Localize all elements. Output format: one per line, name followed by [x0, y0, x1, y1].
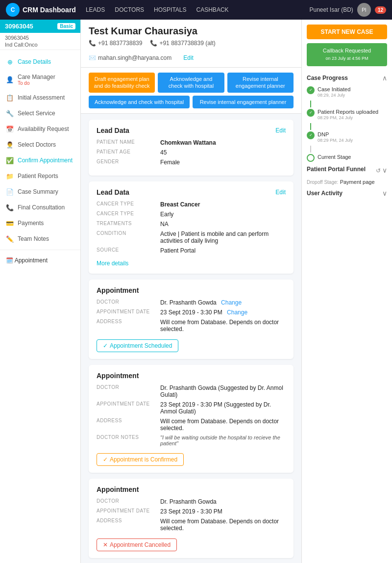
patient-edit-link[interactable]: Edit	[183, 54, 194, 61]
top-nav: C CRM Dashboard LEADS DOCTORS HOSPITALS …	[0, 0, 392, 20]
lead-data-2-row-0: CANCER TYPE Breast Cancer	[97, 201, 286, 208]
sidebar-item-patient-reports-label: Patient Reports	[18, 173, 58, 179]
change-date-link[interactable]: Change	[227, 309, 247, 316]
field-value: Patient Portal	[160, 247, 286, 254]
care-manager-icon: 👤	[6, 76, 14, 84]
sidebar-item-select-doctors[interactable]: 👨‍⚕️ Select Doctors	[0, 137, 80, 153]
progress-line-2	[310, 146, 311, 153]
brand-label: CRM Dashboard	[23, 6, 76, 14]
sidebar-item-team-notes[interactable]: ✏️ Team Notes	[0, 231, 80, 247]
nav-cashback[interactable]: CASHBACK	[196, 6, 229, 13]
progress-text-2: DNP 08:29 PM, 24 July	[318, 131, 353, 143]
field-label: CANCER TYPE	[97, 211, 160, 218]
sidebar-item-patient-reports[interactable]: 📁 Patient Reports	[0, 168, 80, 184]
action-btn-0[interactable]: Draft engagement plan and do feasibility…	[89, 73, 155, 93]
progress-item-2: ✓ DNP 08:29 PM, 24 July	[307, 131, 387, 143]
lead-data-1-edit[interactable]: Edit	[275, 127, 286, 134]
sidebar-item-team-notes-label: Team Notes	[18, 235, 49, 242]
field-value: Female	[160, 159, 286, 166]
payments-icon: 💳	[6, 219, 14, 227]
funnel-controls: ↺ ∨	[376, 166, 387, 174]
sidebar-item-final-consultation[interactable]: 📞 Final Consultation	[0, 200, 80, 215]
email: ✉️ mahan.singh@haryana.com	[89, 54, 172, 61]
case-progress-chevron-up[interactable]: ∧	[382, 74, 387, 82]
appt-1-status: ✓ Appointment Scheduled	[97, 339, 178, 352]
initial-assessment-icon: 📋	[6, 94, 14, 102]
sidebar-item-payments[interactable]: 💳 Payments	[0, 215, 80, 231]
user-activity-title: User Activity	[307, 190, 343, 197]
appt-3-status: ✕ Appointment Cancelled	[97, 538, 177, 551]
select-doctors-icon: 👨‍⚕️	[6, 141, 14, 149]
action-btn-3[interactable]: Acknowledge and check with hospital	[89, 96, 190, 108]
sidebar-item-case-details[interactable]: ⊕ Case Details	[0, 54, 80, 70]
progress-text-1: Patient Reports uploaded 08:29 PM, 24 Ju…	[318, 108, 378, 120]
field-value: "I will be waiting outside the hospital …	[160, 435, 286, 446]
nav-doctors[interactable]: DOCTORS	[115, 6, 144, 13]
field-value: Chomkwan Wattana	[160, 139, 286, 146]
lead-data-2-row-2: TREATMENTS NA	[97, 221, 286, 228]
sidebar-item-case-summary[interactable]: 📄 Case Summary	[0, 184, 80, 200]
sidebar-item-select-service[interactable]: 🔧 Select Service	[0, 105, 80, 121]
appointment-card-3: Appointment DOCTOR Dr. Prashanth Gowda A…	[89, 479, 294, 558]
user-activity-header: User Activity ∨	[307, 189, 387, 197]
change-doctor-link[interactable]: Change	[221, 299, 242, 306]
action-btn-4[interactable]: Revise internal engagement planner	[193, 96, 294, 108]
sidebar-item-appointment[interactable]: 🗓️ Appointment	[0, 253, 80, 268]
field-label: ADDRESS	[97, 518, 160, 532]
lead-data-2-edit[interactable]: Edit	[275, 189, 286, 196]
sub-id: 30963045	[5, 35, 75, 41]
appt-2-notes: DOCTOR NOTES "I will be waiting outside …	[97, 435, 286, 446]
phone1-icon: 📞	[89, 40, 96, 47]
appointment-label: Appointment	[15, 257, 48, 264]
field-label: ADDRESS	[97, 319, 160, 333]
appt-3-date: APPOINTMENT DATE 23 Sept 2019 - 3:30 PM	[97, 508, 286, 515]
field-value: NA	[160, 221, 286, 228]
callback-requested-button[interactable]: Callback Requested on 23 July at 4:56 PM	[307, 43, 387, 66]
lead-data-1-row-0: PATIENT NAME Chomkwan Wattana	[97, 139, 286, 146]
user-activity-chevron[interactable]: ∨	[382, 189, 387, 197]
field-value: Dr. Prashanth Gowda (Suggested by Dr. An…	[160, 384, 286, 398]
user-name: Puneet Isar (BD)	[310, 6, 353, 13]
action-btn-2[interactable]: Revise internal engagement planner	[227, 73, 294, 93]
case-progress-title: Case Progress	[307, 75, 348, 81]
sidebar-item-select-service-label: Select Service	[18, 110, 55, 117]
patient-name: Test Kumar Chaurasiya	[89, 26, 294, 37]
funnel-title: Patient Portal Funnel	[307, 166, 366, 173]
notification-badge[interactable]: 12	[375, 6, 386, 14]
case-id-row: 30963045 Basic	[0, 20, 80, 33]
user-info: Puneet Isar (BD) PI 12	[310, 3, 387, 17]
case-progress-header: Case Progress ∧	[307, 74, 387, 82]
patient-contacts: 📞 +91 8837738839 📞 +91 8837738839 (alt) …	[89, 40, 294, 61]
action-buttons: Draft engagement plan and do feasibility…	[81, 68, 301, 114]
progress-text-3: Current Stage	[318, 154, 351, 160]
team-notes-icon: ✏️	[6, 235, 14, 243]
field-value: Dr. Prashanth Gowda	[160, 498, 286, 505]
appointment-card-2: Appointment DOCTOR Dr. Prashanth Gowda (…	[89, 365, 294, 473]
appt-1-title: Appointment	[97, 286, 139, 294]
progress-dot-done: ✓	[307, 109, 315, 117]
funnel-dropoff: Dropoff Stage: Payment page	[307, 179, 387, 185]
funnel-chevron[interactable]: ∨	[382, 166, 387, 174]
sidebar-item-confirm-appointment[interactable]: ✅ Confirm Appointment	[0, 153, 80, 168]
more-details-link[interactable]: More details	[97, 260, 128, 267]
brand-icon: C	[6, 3, 20, 17]
brand: C CRM Dashboard	[6, 3, 76, 17]
action-btn-1[interactable]: Acknowledge and check with hospital	[158, 73, 224, 93]
appt-2-doctor: DOCTOR Dr. Prashanth Gowda (Suggested by…	[97, 384, 286, 398]
nav-leads[interactable]: LEADS	[86, 6, 105, 13]
sidebar-item-care-manager-label: Care Manager To do	[18, 74, 55, 86]
lead-data-card-1: Lead Data Edit PATIENT NAME Chomkwan Wat…	[89, 120, 294, 176]
check-icon: ✓	[103, 342, 108, 349]
field-value: Early	[160, 211, 286, 218]
start-new-case-button[interactable]: START NEW CASE	[307, 25, 387, 39]
sidebar-item-initial-assessment[interactable]: 📋 Initial Assessment	[0, 90, 80, 105]
sidebar-item-care-manager[interactable]: 👤 Care Manager To do	[0, 70, 80, 90]
refresh-icon[interactable]: ↺	[376, 167, 381, 174]
appt-2-address: ADDRESS Will come from Database. Depends…	[97, 418, 286, 432]
nav-hospitals[interactable]: HOSPITALS	[154, 6, 186, 13]
field-label: PATIENT NAME	[97, 139, 160, 146]
phone1-value: +91 8837738839	[98, 40, 142, 47]
field-label: GENDER	[97, 159, 160, 166]
sidebar-item-availability-request[interactable]: 📅 Availability Request	[0, 121, 80, 137]
field-label: PATIENT AGE	[97, 149, 160, 156]
